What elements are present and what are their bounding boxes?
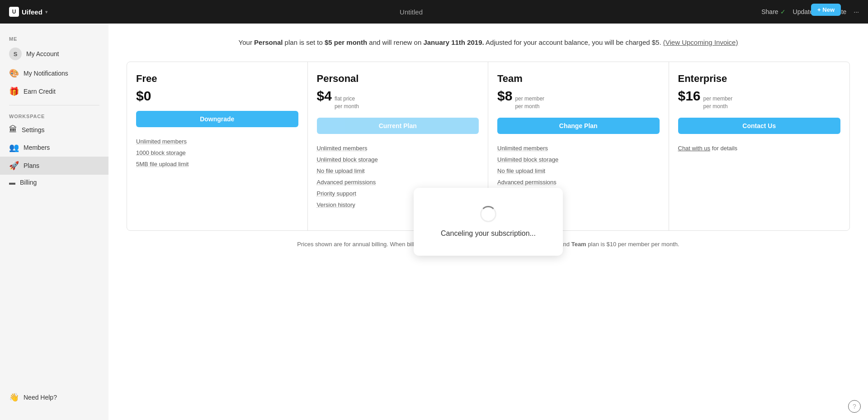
new-button[interactable]: + New: [811, 4, 841, 16]
plan-team-name: Team: [497, 73, 660, 85]
enterprise-chat-link[interactable]: Chat with us for details: [678, 145, 841, 152]
account-avatar: S: [9, 48, 22, 60]
plan-enterprise: Enterprise $16 per memberper month Conta…: [669, 62, 850, 230]
plan-personal-feature-4: Advanced permissions: [317, 179, 479, 186]
topbar: U Uifeed ▾ Untitled Share ✓ Updates Favo…: [0, 0, 868, 24]
workspace-label: WORKSPACE: [0, 110, 108, 121]
members-item[interactable]: 👥 Members: [0, 138, 108, 157]
billing-icon: ▬: [9, 179, 15, 186]
billing-item[interactable]: ▬ Billing: [0, 175, 108, 190]
page-title: Untitled: [61, 8, 761, 16]
change-plan-button[interactable]: Change Plan: [497, 118, 660, 134]
plan-personal-price-detail: flat priceper month: [335, 95, 359, 110]
help-button[interactable]: ?: [848, 400, 861, 413]
my-notifications-label: My Notifications: [24, 70, 68, 77]
plan-enterprise-features: Chat with us for details: [678, 145, 841, 152]
current-plan-button[interactable]: Current Plan: [317, 118, 479, 134]
view-invoice-link[interactable]: (View Upcoming Invoice): [663, 38, 738, 46]
plans-modal: Your Personal plan is set to $5 per mont…: [108, 24, 868, 420]
plan-personal-name: Personal: [317, 73, 479, 85]
footer-team: Team: [571, 241, 586, 248]
plan-team-price-detail: per memberper month: [515, 95, 544, 110]
share-button[interactable]: Share ✓: [761, 8, 785, 15]
plan-personal-price-row: $4 flat priceper month: [317, 88, 479, 110]
plan-team-price-row: $8 per memberper month: [497, 88, 660, 110]
plan-enterprise-price-row: $16 per memberper month: [678, 88, 841, 110]
logo-text: Uifeed: [22, 8, 42, 16]
downgrade-button[interactable]: Downgrade: [136, 111, 298, 127]
earn-credit-item[interactable]: 🎁 Earn Credit: [0, 82, 108, 100]
plan-personal-feature-2: Unlimited block storage: [317, 156, 479, 163]
plan-free-name: Free: [136, 73, 298, 85]
plan-personal-feature-3: No file upload limit: [317, 167, 479, 174]
earn-credit-label: Earn Credit: [24, 88, 56, 95]
need-help-item[interactable]: 👋 Need Help?: [0, 388, 108, 406]
billing-text-mid1: plan is set to: [285, 38, 323, 46]
logo-chevron: ▾: [45, 10, 47, 14]
help-icon: 👋: [9, 392, 19, 402]
check-icon: ✓: [780, 8, 786, 15]
plan-team-feature-4: Advanced permissions: [497, 179, 660, 186]
notifications-icon: 🎨: [9, 68, 19, 78]
logo-icon: U: [9, 7, 19, 17]
plans-label: Plans: [24, 162, 39, 169]
settings-icon: 🏛: [9, 125, 17, 134]
plan-team-feature-3: No file upload limit: [497, 167, 660, 174]
billing-info: Your Personal plan is set to $5 per mont…: [127, 37, 850, 48]
my-account-label: My Account: [26, 50, 59, 57]
plan-team-feature-1: Unlimited members: [497, 145, 660, 152]
my-account-item[interactable]: S My Account: [0, 43, 108, 64]
plan-enterprise-price: $16: [678, 88, 701, 104]
earn-credit-icon: 🎁: [9, 86, 19, 96]
plan-free-features: Unlimited members 1000 block storage 5MB…: [136, 138, 298, 167]
help-icon: ?: [853, 403, 856, 410]
panel-divider: [9, 105, 99, 105]
plans-icon: 🚀: [9, 161, 19, 171]
billing-label: Billing: [20, 179, 37, 186]
spinner-text: Canceling your subscription...: [441, 229, 536, 238]
plan-free-feature-3: 5MB file upload limit: [136, 161, 298, 167]
new-button-label: + New: [817, 6, 835, 13]
more-button[interactable]: ···: [854, 8, 859, 15]
side-panel: ME S My Account 🎨 My Notifications 🎁 Ear…: [0, 24, 108, 420]
plan-free-price: $0: [136, 88, 151, 104]
footer-text3: plan is $10 per member per month.: [588, 241, 679, 248]
plan-free: Free $0 Downgrade Unlimited members 1000…: [127, 62, 308, 230]
plan-free-feature-2: 1000 block storage: [136, 149, 298, 156]
plan-team-price: $8: [497, 88, 512, 104]
billing-text-mid3: Adjusted for your account balance, you w…: [486, 38, 661, 46]
settings-item[interactable]: 🏛 Settings: [0, 121, 108, 138]
plans-item[interactable]: 🚀 Plans: [0, 157, 108, 175]
spinner-box: Canceling your subscription...: [414, 188, 563, 256]
my-notifications-item[interactable]: 🎨 My Notifications: [0, 64, 108, 82]
need-help-label: Need Help?: [24, 394, 57, 401]
settings-label: Settings: [22, 126, 45, 134]
billing-text-mid2: and will renew on: [369, 38, 421, 46]
panel-bottom: 👋 Need Help?: [0, 384, 108, 411]
members-label: Members: [24, 144, 50, 151]
plan-free-price-row: $0: [136, 88, 298, 104]
loading-spinner: [480, 206, 496, 222]
plan-personal-price: $4: [317, 88, 332, 104]
share-label: Share: [761, 8, 778, 15]
plan-enterprise-name: Enterprise: [678, 73, 841, 85]
billing-renewal-date: January 11th 2019.: [423, 38, 484, 46]
members-icon: 👥: [9, 143, 19, 153]
plan-free-feature-1: Unlimited members: [136, 138, 298, 145]
app-logo[interactable]: U Uifeed ▾: [9, 7, 47, 17]
plan-team-feature-2: Unlimited block storage: [497, 156, 660, 163]
billing-price: $5 per month: [325, 38, 367, 46]
modal-overlay: ME S My Account 🎨 My Notifications 🎁 Ear…: [0, 24, 868, 420]
topbar-actions: Share ✓ Updates Favorite ···: [761, 8, 859, 15]
plan-personal-feature-1: Unlimited members: [317, 145, 479, 152]
contact-us-button[interactable]: Contact Us: [678, 118, 841, 134]
plan-enterprise-price-detail: per memberper month: [703, 95, 733, 110]
billing-text-before: Your: [239, 38, 252, 46]
me-section-label: ME: [0, 33, 108, 43]
billing-plan-name: Personal: [254, 38, 283, 46]
